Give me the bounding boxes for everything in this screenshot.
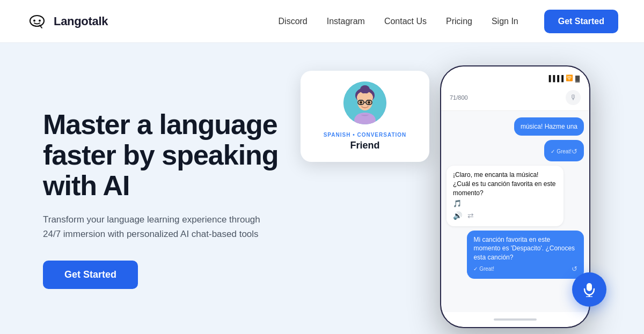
navbar: Langotalk Discord Instagram Contact Us P… [0, 0, 644, 43]
home-bar [494, 318, 537, 321]
nav-links: Discord Instagram Contact Us Pricing Sig… [279, 10, 618, 33]
card-lang-label: SPANISH • CONVERSATION [324, 132, 407, 138]
status-icons: ▐▐▐▐ 🛜 ▓ [547, 75, 580, 81]
hero-heading: Master a language faster by speaking wit… [43, 109, 279, 202]
svg-point-13 [368, 101, 370, 103]
svg-point-2 [33, 19, 35, 21]
phone-score: 71/800 [450, 94, 468, 101]
battery-icon: ▓ [575, 75, 580, 81]
mic-icon [582, 282, 597, 297]
avatar [343, 81, 386, 124]
hero-left: Master a language faster by speaking wit… [43, 109, 279, 289]
bubble-3-text: ¡Claro, me encanta la música! ¿Cuál es t… [453, 171, 555, 197]
hero-right: SPANISH • CONVERSATION Friend ▐▐▐▐ 🛜 ▓ 7… [301, 65, 601, 333]
nav-link-instagram[interactable]: Instagram [327, 17, 365, 26]
hero-subtext: Transform your language learning experie… [43, 212, 268, 241]
nav-link-discord[interactable]: Discord [279, 17, 308, 26]
svg-rect-0 [26, 10, 48, 33]
signal-icon: ▐▐▐▐ [547, 75, 564, 81]
logo-text: Langotalk [54, 14, 108, 28]
svg-point-3 [39, 19, 41, 21]
hero-cta-button[interactable]: Get Started [43, 261, 138, 289]
mic-fab-button[interactable] [572, 272, 606, 307]
translate-icons: 🔊 ⇄ [453, 211, 557, 221]
bubble-1: música! Hazme una [514, 117, 584, 136]
phone-mockup: ▐▐▐▐ 🛜 ▓ 71/800 🎙 música! Hazme una [440, 65, 590, 328]
music-note-icon: 🎵 [453, 199, 557, 209]
card-name: Friend [350, 140, 379, 151]
phone-status-bar: ▐▐▐▐ 🛜 ▓ [441, 66, 589, 86]
bubble-1-text: música! Hazme una [521, 123, 577, 130]
bubble-4-text: Mi canción favorita en este momento es '… [473, 236, 575, 262]
nav-link-contact[interactable]: Contact Us [384, 17, 427, 26]
svg-point-12 [360, 101, 362, 103]
speaker-icon[interactable]: 🔊 [453, 211, 462, 221]
bubble-check-icon: ✓ Great! [551, 148, 572, 155]
hero-section: Master a language faster by speaking wit… [0, 43, 644, 334]
bubble-2: ✓ Great! ↺ [544, 140, 584, 161]
avatar-image [343, 81, 386, 124]
logo[interactable]: Langotalk [26, 10, 108, 33]
chat-area: música! Hazme una ✓ Great! ↺ ¡Claro, me … [441, 111, 589, 312]
bubble-4: Mi canción favorita en este momento es '… [467, 231, 584, 279]
phone-mic-button[interactable]: 🎙 [566, 90, 581, 105]
svg-point-7 [360, 85, 370, 94]
chat-card: SPANISH • CONVERSATION Friend [301, 71, 429, 162]
bubble-3: ¡Claro, me encanta la música! ¿Cuál es t… [447, 166, 564, 226]
wifi-icon: 🛜 [566, 75, 573, 81]
translate-icon[interactable]: ⇄ [467, 211, 474, 221]
phone-chat-header: 71/800 🎙 [441, 86, 589, 111]
phone-bottom-bar [441, 312, 589, 327]
bubble-4-reload: ↺ [572, 264, 577, 274]
nav-cta-button[interactable]: Get Started [544, 10, 618, 33]
bubble-reload-icon: ↺ [572, 147, 577, 157]
logo-icon [26, 10, 48, 33]
nav-link-signin[interactable]: Sign In [492, 17, 518, 26]
bubble-4-check: ✓ Great! [473, 265, 494, 273]
svg-rect-15 [587, 283, 592, 291]
nav-link-pricing[interactable]: Pricing [446, 17, 472, 26]
